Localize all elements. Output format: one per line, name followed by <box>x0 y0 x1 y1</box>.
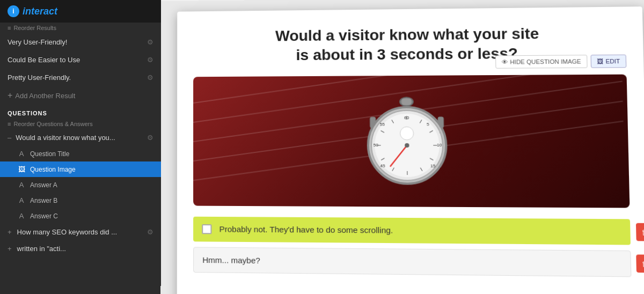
trash-icon-1: 🗑 <box>641 227 644 237</box>
question-label-1: Would a visitor know what you... <box>16 134 115 142</box>
sub-items-q1: A Question Title 🖼 Question Image A Answ… <box>0 146 161 224</box>
gear-icon-result-1[interactable]: ⚙ <box>147 38 153 46</box>
sub-label-answer-c: Answer C <box>30 212 58 220</box>
reorder-results-label: Reorder Results <box>13 25 56 31</box>
svg-text:45: 45 <box>380 163 385 168</box>
stopwatch-image: 60 5 10 15 55 50 45 <box>193 74 630 208</box>
gear-icon-q2[interactable]: ⚙ <box>147 228 153 236</box>
add-result-label: Add Another Result <box>15 92 75 100</box>
answer-option-2: Hmm... maybe? 🗑 <box>193 247 631 277</box>
page-area: Would a visitor know what your siteis ab… <box>177 6 644 294</box>
sub-label-answer-a: Answer A <box>30 181 57 189</box>
result-item-2[interactable]: Could Be Easier to Use ⚙ <box>0 51 161 69</box>
gear-icon-result-2[interactable]: ⚙ <box>147 56 153 64</box>
sub-label-question-title: Question Title <box>30 150 69 158</box>
answer-checkbox-1[interactable] <box>202 224 211 234</box>
hide-question-image-button[interactable]: 👁 HIDE QUESTION IMAGE <box>495 55 588 69</box>
sidebar: i interact ≡ Reorder Results Very User-F… <box>0 0 161 294</box>
gear-icon-q1[interactable]: ⚙ <box>147 134 153 142</box>
answer-text-2: Hmm... maybe? <box>202 255 260 265</box>
answers-container: Probably not. They'd have to do some scr… <box>193 217 631 277</box>
image-toolbar: 👁 HIDE QUESTION IMAGE 🖼 EDIT <box>495 54 627 68</box>
sub-item-answer-b[interactable]: A Answer B <box>0 193 161 208</box>
plus-icon: + <box>8 91 12 100</box>
gear-icon-result-3[interactable]: ⚙ <box>147 74 153 82</box>
svg-text:15: 15 <box>430 163 436 168</box>
trash-icon-2: 🗑 <box>641 259 644 268</box>
logo-icon: i <box>8 5 19 17</box>
logo-text: interact <box>23 6 57 17</box>
edit-label: EDIT <box>605 58 620 65</box>
result-label-3: Pretty User-Friendly. <box>8 74 71 82</box>
answer-text-1: Probably not. They'd have to do some scr… <box>219 224 393 234</box>
plus-icon-q3: + <box>8 245 12 253</box>
delete-answer-1-button[interactable]: 🗑 <box>636 223 644 241</box>
sub-item-question-title[interactable]: A Question Title <box>0 146 161 161</box>
text-icon-ac: A <box>17 212 26 220</box>
stopwatch-svg: 60 5 10 15 55 50 45 <box>356 85 458 197</box>
text-icon-aa: A <box>17 181 26 189</box>
reorder-icon: ≡ <box>8 25 11 31</box>
question-item-3[interactable]: + written in "acti... <box>0 240 161 257</box>
edit-image-button[interactable]: 🖼 EDIT <box>590 54 626 68</box>
result-label-2: Could Be Easier to Use <box>8 56 80 64</box>
reorder-results-row[interactable]: ≡ Reorder Results <box>0 23 161 33</box>
text-icon-ab: A <box>17 196 26 204</box>
svg-text:10: 10 <box>437 143 442 148</box>
sub-item-answer-a[interactable]: A Answer A <box>0 177 161 193</box>
svg-point-14 <box>400 127 413 139</box>
sub-label-answer-b: Answer B <box>30 197 57 204</box>
main-content: Would a visitor know what your siteis ab… <box>160 0 644 294</box>
svg-text:5: 5 <box>427 122 429 127</box>
sub-item-question-image[interactable]: 🖼 Question Image <box>0 161 161 177</box>
sub-label-question-image: Question Image <box>30 166 76 173</box>
svg-rect-1 <box>402 98 411 105</box>
eye-icon: 👁 <box>501 58 508 65</box>
add-result-button[interactable]: + Add Another Result <box>0 86 161 105</box>
dash-icon-q1: – <box>8 134 11 142</box>
sidebar-header: i interact <box>0 0 161 23</box>
edit-image-icon: 🖼 <box>597 58 603 64</box>
image-icon-qi: 🖼 <box>17 165 26 173</box>
text-icon-qt: A <box>17 150 26 158</box>
question-label-3: written in "acti... <box>17 245 66 253</box>
reorder-qa-label: Reorder Questions & Answers <box>13 121 92 127</box>
result-label-1: Very User-Friendly! <box>8 38 67 46</box>
answer-option-1: Probably not. They'd have to do some scr… <box>193 217 631 245</box>
svg-text:50: 50 <box>374 143 379 148</box>
result-item-3[interactable]: Pretty User-Friendly. ⚙ <box>0 69 161 86</box>
reorder-qa-icon: ≡ <box>8 121 11 127</box>
delete-answer-2-button[interactable]: 🗑 <box>636 255 644 273</box>
svg-text:55: 55 <box>380 122 385 127</box>
question-label-2: How many SEO keywords did ... <box>17 228 117 236</box>
question-item-1[interactable]: – Would a visitor know what you... ⚙ <box>0 129 161 146</box>
sub-item-answer-c[interactable]: A Answer C <box>0 208 161 224</box>
result-item-1[interactable]: Very User-Friendly! ⚙ <box>0 33 161 51</box>
hide-image-label: HIDE QUESTION IMAGE <box>510 58 581 65</box>
reorder-qa-row[interactable]: ≡ Reorder Questions & Answers <box>0 119 161 129</box>
plus-icon-q2: + <box>8 228 12 236</box>
image-container: 👁 HIDE QUESTION IMAGE 🖼 EDIT <box>193 74 630 208</box>
questions-header: QUESTIONS <box>0 105 161 119</box>
question-item-2[interactable]: + How many SEO keywords did ... ⚙ <box>0 224 161 240</box>
